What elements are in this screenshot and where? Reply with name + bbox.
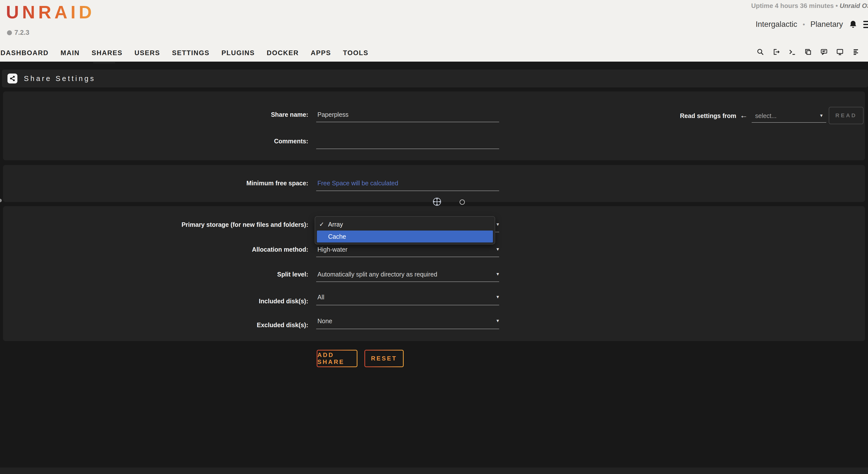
server-description: Planetary (810, 20, 843, 29)
page-title: Share Settings (24, 74, 95, 83)
version-text: 7.2.3 (14, 29, 29, 36)
copy-icon[interactable] (804, 48, 812, 56)
add-share-button[interactable]: ADD SHARE (317, 350, 358, 367)
share-name-input[interactable]: Paperpless (317, 111, 348, 118)
nav-main[interactable]: MAIN (61, 49, 80, 57)
logout-icon[interactable] (773, 48, 780, 56)
read-settings-label: Read settings from (621, 112, 736, 120)
uptime-line: Uptime 4 hours 36 minutes • Unraid OS St… (751, 2, 868, 10)
option-label: Cache (328, 233, 346, 240)
uptime-text: Uptime 4 hours 36 minutes (751, 2, 834, 9)
reset-button[interactable]: RESET (364, 350, 404, 367)
dropdown-option-array[interactable]: ✓ Array (315, 218, 495, 230)
feedback-chat-icon[interactable] (820, 48, 828, 56)
caret-down-icon[interactable]: ▼ (496, 247, 500, 252)
excluded-disks-select[interactable]: None (317, 317, 332, 325)
caret-down-icon: ▼ (819, 113, 824, 118)
toolbar (757, 48, 868, 56)
version-badge: 7.2.3 (7, 29, 29, 36)
nav-settings[interactable]: SETTINGS (172, 49, 210, 57)
nav-docker[interactable]: DOCKER (267, 49, 299, 57)
license-text: Unraid OS Starter (840, 2, 868, 9)
split-level-underline (316, 281, 499, 282)
caret-down-icon[interactable]: ▼ (496, 318, 500, 324)
menu-burger-icon[interactable] (863, 21, 868, 28)
primary-storage-dropdown: ✓ Array Cache (315, 216, 495, 244)
caret-down-icon[interactable]: ▼ (496, 295, 500, 300)
version-dot-icon (7, 30, 12, 35)
unraid-webgui: UNRAID 7.2.3 Uptime 4 hours 36 minutes •… (0, 0, 868, 474)
read-settings-underline (752, 122, 826, 123)
included-disks-underline (316, 305, 499, 305)
footer-bar: Array Started Unraid® webGui ©2025, Lime… (0, 468, 868, 474)
page-title-bar: Share Settings (2, 70, 868, 88)
circle-marker (460, 200, 465, 205)
allocation-method-select[interactable]: High-water (317, 246, 347, 253)
monitor-icon[interactable] (836, 48, 844, 56)
split-level-label: Split level: (0, 271, 308, 278)
notifications-bell-icon[interactable] (848, 20, 858, 29)
share-icon (7, 73, 18, 83)
included-disks-select[interactable]: All (317, 294, 324, 301)
allocation-method-underline (316, 257, 499, 257)
min-free-space-label: Minimum free space: (0, 180, 308, 187)
log-icon[interactable] (852, 48, 860, 56)
nav-plugins[interactable]: PLUGINS (221, 49, 255, 57)
server-identity: Intergalactic • Planetary (756, 20, 868, 29)
read-settings-select[interactable]: select... (755, 112, 777, 120)
split-level-select[interactable]: Automatically split any directory as req… (317, 271, 437, 278)
dropdown-option-cache[interactable]: Cache (317, 231, 493, 242)
allocation-method-label: Allocation method: (0, 246, 308, 253)
terminal-icon[interactable] (788, 48, 796, 56)
option-label: Array (328, 221, 343, 228)
check-icon: ✓ (319, 221, 328, 228)
comments-underline (316, 148, 499, 149)
search-icon[interactable] (757, 48, 764, 56)
edge-notch (0, 199, 2, 202)
comments-label: Comments: (0, 138, 308, 145)
min-free-space-underline (316, 191, 499, 191)
read-button[interactable]: READ (829, 107, 864, 124)
unraid-logo[interactable]: UNRAID (6, 2, 95, 22)
primary-storage-underline (495, 232, 499, 232)
bullet-icon: • (836, 2, 838, 9)
server-name: Intergalactic (756, 20, 797, 29)
min-free-space-input[interactable]: Free Space will be calculated (317, 180, 398, 187)
share-name-underline (316, 122, 499, 122)
included-disks-label: Included disk(s): (0, 298, 308, 305)
nav-apps[interactable]: APPS (311, 49, 331, 57)
excluded-disks-label: Excluded disk(s): (0, 321, 308, 329)
caret-down-icon[interactable]: ▼ (496, 222, 500, 227)
nav-users[interactable]: USERS (134, 49, 160, 57)
card-identity (3, 92, 865, 160)
move-cursor-icon (432, 197, 442, 207)
main-nav: DASHBOARD MAIN SHARES USERS SETTINGS PLU… (0, 49, 368, 57)
top-header: UNRAID 7.2.3 Uptime 4 hours 36 minutes •… (0, 0, 868, 62)
primary-storage-label: Primary storage (for new files and folde… (0, 221, 308, 228)
arrow-left-icon: ← (740, 111, 748, 120)
caret-down-icon[interactable]: ▼ (496, 272, 500, 277)
excluded-disks-underline (316, 329, 499, 329)
share-name-label: Share name: (0, 111, 308, 118)
nav-dashboard[interactable]: DASHBOARD (0, 49, 49, 57)
nav-tools[interactable]: TOOLS (343, 49, 369, 57)
nav-shares[interactable]: SHARES (92, 49, 123, 57)
bullet-icon: • (803, 21, 805, 28)
